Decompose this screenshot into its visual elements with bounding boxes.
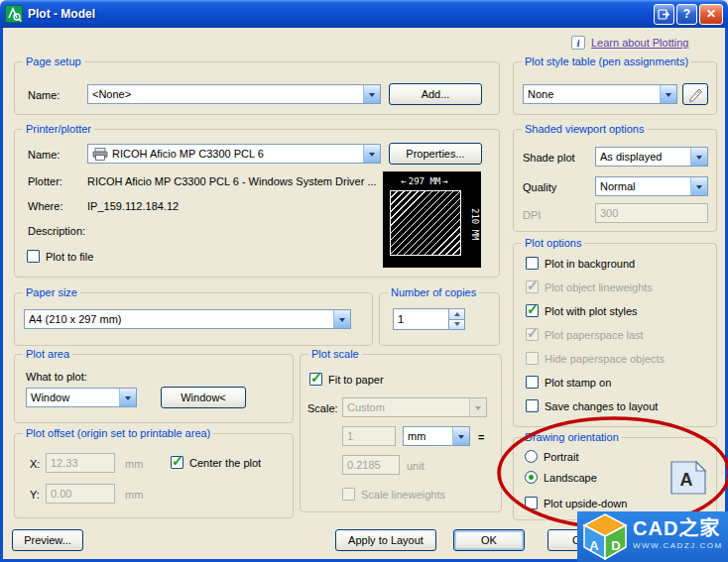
- plot-dialog: Plot - Model ? ✕ i Learn about Plotting …: [0, 0, 728, 562]
- page-setup-title: Page setup: [23, 55, 84, 68]
- center-plot-checkbox[interactable]: [171, 456, 183, 469]
- scale-value: Custom: [343, 401, 469, 413]
- window-border-left: [0, 28, 3, 562]
- svg-text:A: A: [680, 470, 693, 490]
- offset-x-unit: mm: [125, 457, 143, 471]
- landscape-paper-icon: A: [668, 460, 708, 496]
- chevron-down-icon[interactable]: [363, 145, 380, 163]
- plot-upside-down-label: Plot upside-down: [544, 498, 627, 509]
- scale-combo: Custom: [342, 397, 487, 417]
- copies-spinner: 1: [393, 308, 465, 330]
- shade-plot-value: As displayed: [596, 151, 690, 163]
- page-setup-name-value: <None>: [88, 88, 363, 100]
- close-button[interactable]: ✕: [699, 4, 723, 25]
- what-to-plot-combo[interactable]: Window: [26, 388, 137, 407]
- plot-stamp-on-label: Plot stamp on: [545, 377, 611, 389]
- save-changes-to-layout-row: Save changes to layout: [526, 398, 658, 413]
- spin-up-button[interactable]: [448, 308, 465, 320]
- shaded-viewport-title: Shaded viewport options: [522, 122, 647, 136]
- plot-in-background-checkbox[interactable]: [526, 257, 539, 270]
- watermark-text: CAD之家 WWW.CADZJ.COM: [633, 515, 723, 550]
- title-bar: Plot - Model ? ✕: [0, 0, 728, 28]
- plot-with-plot-styles-label: Plot with plot styles: [545, 305, 638, 317]
- hide-paperspace-objects-label: Hide paperspace objects: [545, 353, 665, 365]
- chevron-down-icon[interactable]: [333, 310, 350, 328]
- chevron-down-icon[interactable]: [363, 85, 380, 103]
- scale-lineweights-checkbox: [342, 488, 355, 501]
- chevron-down-icon[interactable]: [452, 427, 469, 445]
- copies-title: Number of copies: [388, 285, 479, 299]
- chevron-down-icon[interactable]: [690, 148, 707, 166]
- hide-paperspace-objects-checkbox: [526, 352, 539, 365]
- paper-size-title: Paper size: [23, 285, 80, 299]
- chevron-down-icon[interactable]: [119, 389, 136, 406]
- quality-label: Quality: [523, 180, 556, 194]
- plot-to-file-checkbox[interactable]: [27, 250, 40, 263]
- plot-with-plot-styles-row: Plot with plot styles: [526, 303, 638, 318]
- plot-offset-group: Plot offset (origin set to printable are…: [14, 433, 294, 518]
- scale-denominator-field: 0.2185: [342, 455, 400, 475]
- printer-name-text: RICOH Aficio MP C3300 PCL 6: [112, 148, 264, 160]
- expand-dialog-button[interactable]: [654, 4, 674, 25]
- quality-value: Normal: [596, 180, 690, 192]
- plot-style-value: None: [524, 88, 660, 100]
- drawing-orientation-title: Drawing orientation: [522, 430, 622, 444]
- plot-to-file-row: Plot to file: [27, 249, 93, 264]
- plot-to-file-label: Plot to file: [46, 251, 93, 263]
- add-button[interactable]: Add...: [389, 83, 482, 105]
- properties-button[interactable]: Properties...: [389, 143, 482, 165]
- learn-about-plotting-link[interactable]: Learn about Plotting: [591, 37, 688, 49]
- shade-plot-combo[interactable]: As displayed: [595, 147, 708, 167]
- pen-icon: [687, 86, 703, 102]
- save-changes-to-layout-label: Save changes to layout: [545, 400, 658, 412]
- window-pick-button[interactable]: Window<: [161, 387, 246, 408]
- save-changes-to-layout-checkbox[interactable]: [526, 399, 539, 412]
- preview-button[interactable]: Preview...: [12, 529, 83, 551]
- plot-upside-down-row: Plot upside-down: [525, 496, 627, 510]
- scale-lineweights-label: Scale lineweights: [361, 489, 445, 501]
- help-button[interactable]: ?: [676, 4, 697, 25]
- page-setup-name-label: Name:: [28, 88, 60, 102]
- plot-scale-title: Plot scale: [308, 347, 362, 361]
- plotter-label: Plotter:: [28, 174, 62, 188]
- plot-offset-title: Plot offset (origin set to printable are…: [23, 426, 213, 440]
- plot-style-title: Plot style table (pen assignments): [522, 55, 691, 68]
- plot-stamp-on-checkbox[interactable]: [526, 376, 539, 389]
- ok-button[interactable]: OK: [453, 529, 525, 551]
- plot-options-title: Plot options: [522, 236, 584, 250]
- spin-down-button[interactable]: [448, 320, 465, 331]
- dpi-field: 300: [595, 203, 708, 223]
- chevron-down-icon[interactable]: [690, 177, 707, 195]
- description-label: Description:: [28, 224, 85, 238]
- plot-object-lineweights-label: Plot object lineweights: [545, 281, 653, 293]
- watermark-site-url: WWW.CADZJ.COM: [633, 541, 723, 550]
- svg-text:D: D: [611, 538, 620, 553]
- paper-hatch-area: [390, 190, 461, 256]
- edit-plot-style-button[interactable]: [682, 83, 708, 105]
- chevron-down-icon[interactable]: [660, 85, 676, 103]
- scale-unit-combo[interactable]: mm: [403, 426, 470, 446]
- portrait-radio[interactable]: [525, 450, 538, 463]
- printer-name-combo[interactable]: RICOH Aficio MP C3300 PCL 6: [87, 144, 381, 164]
- landscape-radio[interactable]: [525, 471, 538, 484]
- plot-with-plot-styles-checkbox[interactable]: [526, 304, 539, 317]
- fit-to-paper-label: Fit to paper: [328, 374, 384, 386]
- apply-to-layout-button[interactable]: Apply to Layout: [335, 529, 436, 551]
- where-value: IP_159.112.184.12: [87, 199, 179, 213]
- page-setup-name-combo[interactable]: <None>: [87, 84, 381, 104]
- paper-size-combo[interactable]: A4 (210 x 297 mm): [24, 309, 351, 329]
- fit-to-paper-checkbox[interactable]: [309, 373, 322, 386]
- window-title: Plot - Model: [28, 7, 652, 21]
- quality-combo[interactable]: Normal: [595, 176, 708, 196]
- copies-field[interactable]: 1: [393, 308, 448, 330]
- plot-paperspace-last-row: Plot paperspace last: [526, 327, 644, 342]
- watermark-logo-cube: A D: [579, 513, 631, 560]
- plot-in-background-label: Plot in background: [545, 258, 635, 270]
- scale-equals: =: [478, 430, 484, 444]
- scale-numerator-field: 1: [342, 426, 396, 446]
- paper-size-value: A4 (210 x 297 mm): [25, 313, 333, 325]
- plot-style-combo[interactable]: None: [523, 84, 677, 104]
- plot-upside-down-checkbox[interactable]: [525, 497, 538, 509]
- shade-plot-label: Shade plot: [523, 151, 575, 165]
- expand-arrow-icon: [658, 8, 670, 21]
